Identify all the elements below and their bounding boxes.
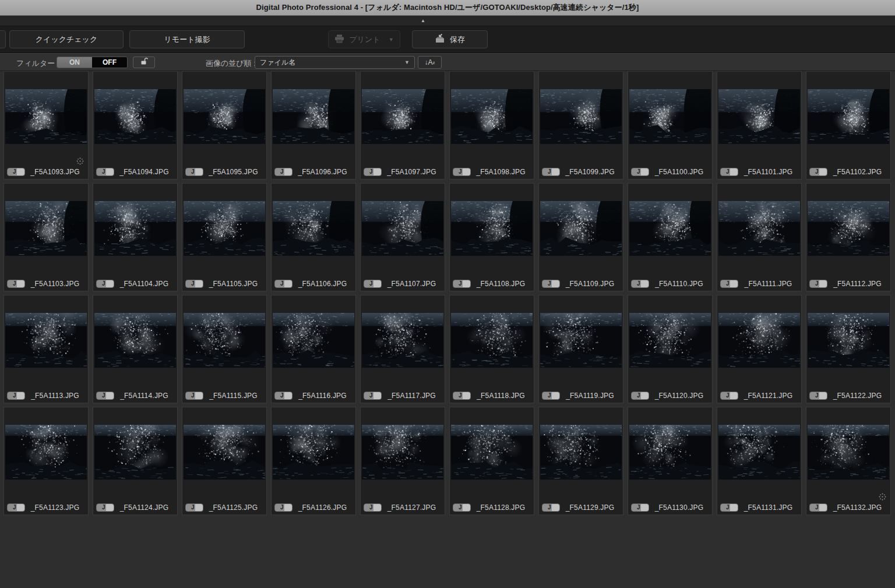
photo-cell[interactable]: J_F5A1127.JPG	[360, 407, 445, 515]
photo-cell[interactable]: J_F5A1122.JPG	[806, 295, 891, 403]
title-bar: Digital Photo Professional 4 - [フォルダ: Ma…	[0, 0, 895, 16]
photo-thumbnail	[718, 89, 800, 144]
photo-thumbnail	[362, 425, 443, 480]
print-button[interactable]: プリント ▼	[328, 30, 400, 48]
photo-cell[interactable]: J_F5A1130.JPG	[628, 407, 713, 515]
photo-cell[interactable]: J_F5A1105.JPG	[182, 183, 267, 291]
photo-thumbnail	[273, 313, 354, 368]
photo-caption-row: J_F5A1114.JPG	[93, 391, 177, 400]
photo-cell[interactable]: J_F5A1117.JPG	[360, 295, 445, 403]
photo-caption-row: J_F5A1115.JPG	[182, 391, 266, 400]
photo-thumbnail	[629, 89, 711, 144]
sort-direction-button[interactable]: ↓Az	[418, 56, 442, 69]
filter-lock-button[interactable]	[133, 57, 155, 68]
photo-cell[interactable]: J_F5A1099.JPG	[538, 71, 623, 179]
photo-cell[interactable]: J_F5A1114.JPG	[93, 295, 178, 403]
sort-order-label: 画像の並び順 :	[206, 58, 256, 69]
collapse-panel-handle-icon[interactable]: ▲	[416, 17, 430, 24]
photo-filename: _F5A1130.JPG	[649, 504, 709, 512]
photo-cell[interactable]: J_F5A1116.JPG	[271, 295, 356, 403]
sort-order-select[interactable]: ファイル名 ▼	[255, 56, 415, 69]
photo-filename: _F5A1105.JPG	[203, 280, 263, 288]
photo-cell[interactable]: J_F5A1115.JPG	[182, 295, 267, 403]
jpeg-badge: J	[7, 280, 25, 288]
photo-caption-row: J_F5A1112.JPG	[806, 279, 890, 288]
filter-on-off-toggle: ON OFF	[57, 57, 128, 68]
photo-thumbnail	[184, 201, 265, 256]
photo-filename: _F5A1099.JPG	[560, 168, 620, 176]
photo-caption-row: J_F5A1128.JPG	[450, 503, 534, 512]
photo-caption-row: J_F5A1113.JPG	[4, 391, 88, 400]
photo-cell[interactable]: J_F5A1096.JPG	[271, 71, 356, 179]
jpeg-badge: J	[453, 168, 471, 176]
photo-filename: _F5A1106.JPG	[293, 280, 353, 288]
photo-thumbnail	[629, 313, 711, 368]
filter-on-button[interactable]: ON	[57, 57, 92, 68]
photo-caption-row: J_F5A1100.JPG	[628, 167, 712, 177]
photo-cell[interactable]: J_F5A1107.JPG	[360, 183, 445, 291]
print-dropdown-arrow-icon[interactable]: ▼	[389, 37, 394, 43]
photo-cell[interactable]: J_F5A1100.JPG	[628, 71, 713, 179]
photo-thumbnail	[718, 313, 800, 368]
clipped-toolbar-button[interactable]	[0, 30, 6, 48]
photo-filename: _F5A1119.JPG	[560, 392, 620, 400]
photo-cell[interactable]: J_F5A1118.JPG	[449, 295, 534, 403]
filter-off-button[interactable]: OFF	[92, 57, 127, 68]
photo-filename: _F5A1129.JPG	[560, 504, 620, 512]
photo-cell[interactable]: J_F5A1109.JPG	[538, 183, 623, 291]
photo-cell[interactable]: J_F5A1108.JPG	[449, 183, 534, 291]
photo-thumbnail	[273, 425, 354, 480]
photo-caption-row: J_F5A1122.JPG	[806, 391, 890, 400]
photo-caption-row: J_F5A1119.JPG	[539, 391, 623, 400]
remote-shooting-button[interactable]: リモート撮影	[129, 30, 245, 48]
save-button[interactable]: 保存	[412, 30, 488, 48]
photo-cell[interactable]: J_F5A1119.JPG	[538, 295, 623, 403]
photo-cell[interactable]: J_F5A1106.JPG	[271, 183, 356, 291]
photo-cell[interactable]: J_F5A1097.JPG	[360, 71, 445, 179]
photo-cell[interactable]: J_F5A1125.JPG	[182, 407, 267, 515]
photo-caption-row: J_F5A1130.JPG	[628, 503, 712, 512]
photo-cell[interactable]: J_F5A1129.JPG	[538, 407, 623, 515]
photo-cell[interactable]: J_F5A1120.JPG	[628, 295, 713, 403]
photo-thumbnail	[808, 425, 889, 480]
photo-cell[interactable]: J_F5A1121.JPG	[717, 295, 802, 403]
jpeg-badge: J	[274, 280, 293, 288]
photo-cell[interactable]: J_F5A1093.JPG	[3, 71, 89, 179]
photo-cell[interactable]: J_F5A1098.JPG	[449, 71, 534, 179]
thumbnail-browser: J_F5A1093.JPGJ_F5A1094.JPGJ_F5A1095.JPGJ…	[0, 71, 895, 588]
photo-filename: _F5A1096.JPG	[293, 168, 353, 176]
photo-cell[interactable]: J_F5A1102.JPG	[806, 71, 891, 179]
photo-cell[interactable]: J_F5A1094.JPG	[93, 71, 178, 179]
photo-cell[interactable]: J_F5A1123.JPG	[3, 407, 89, 515]
photo-cell[interactable]: J_F5A1113.JPG	[3, 295, 89, 403]
photo-cell[interactable]: J_F5A1103.JPG	[3, 183, 89, 291]
jpeg-badge: J	[7, 504, 25, 512]
photo-thumbnail	[540, 313, 622, 368]
quick-check-label: クイックチェック	[36, 34, 97, 45]
photo-cell[interactable]: J_F5A1132.JPG	[806, 407, 891, 515]
photo-filename: _F5A1123.JPG	[25, 504, 85, 512]
photo-cell[interactable]: J_F5A1128.JPG	[449, 407, 534, 515]
photo-cell[interactable]: J_F5A1112.JPG	[806, 183, 891, 291]
photo-caption-row: J_F5A1102.JPG	[806, 167, 890, 177]
photo-cell[interactable]: J_F5A1095.JPG	[182, 71, 267, 179]
jpeg-badge: J	[453, 504, 471, 512]
quick-check-button[interactable]: クイックチェック	[9, 30, 124, 48]
jpeg-badge: J	[96, 504, 114, 512]
photo-cell[interactable]: J_F5A1110.JPG	[628, 183, 713, 291]
photo-thumbnail	[362, 313, 443, 368]
photo-thumbnail	[451, 201, 533, 256]
photo-cell[interactable]: J_F5A1101.JPG	[717, 71, 802, 179]
photo-cell[interactable]: J_F5A1104.JPG	[93, 183, 178, 291]
photo-cell[interactable]: J_F5A1111.JPG	[717, 183, 802, 291]
photo-filename: _F5A1110.JPG	[649, 280, 709, 288]
photo-caption-row: J_F5A1093.JPG	[4, 167, 88, 177]
photo-thumbnail	[273, 89, 354, 144]
photo-filename: _F5A1125.JPG	[203, 504, 263, 512]
photo-cell[interactable]: J_F5A1124.JPG	[93, 407, 178, 515]
photo-caption-row: J_F5A1107.JPG	[361, 279, 445, 288]
photo-cell[interactable]: J_F5A1126.JPG	[271, 407, 356, 515]
photo-filename: _F5A1094.JPG	[114, 168, 174, 176]
photo-cell[interactable]: J_F5A1131.JPG	[717, 407, 802, 515]
photo-thumbnail	[362, 89, 443, 144]
